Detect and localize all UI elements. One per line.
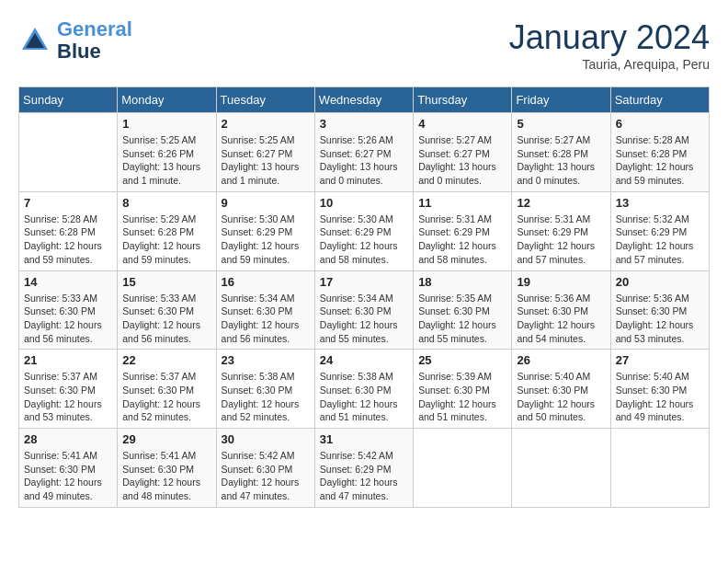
day-info: Sunrise: 5:36 AM Sunset: 6:30 PM Dayligh…: [616, 292, 704, 346]
day-number: 24: [320, 353, 408, 367]
day-info: Sunrise: 5:33 AM Sunset: 6:30 PM Dayligh…: [122, 292, 210, 346]
calendar-cell: [414, 429, 512, 508]
week-row-3: 14Sunrise: 5:33 AM Sunset: 6:30 PM Dayli…: [19, 270, 710, 350]
calendar-cell: 18Sunrise: 5:35 AM Sunset: 6:30 PM Dayli…: [414, 270, 512, 350]
calendar-cell: 14Sunrise: 5:33 AM Sunset: 6:30 PM Dayli…: [19, 270, 118, 350]
day-number: 10: [320, 196, 408, 210]
week-row-2: 7Sunrise: 5:28 AM Sunset: 6:28 PM Daylig…: [19, 191, 710, 270]
calendar-cell: [512, 429, 610, 508]
calendar-cell: 1Sunrise: 5:25 AM Sunset: 6:26 PM Daylig…: [118, 113, 216, 192]
day-number: 6: [616, 117, 704, 131]
calendar-cell: 29Sunrise: 5:41 AM Sunset: 6:30 PM Dayli…: [118, 429, 216, 508]
day-info: Sunrise: 5:25 AM Sunset: 6:27 PM Dayligh…: [222, 133, 310, 188]
day-info: Sunrise: 5:32 AM Sunset: 6:29 PM Dayligh…: [616, 213, 704, 267]
calendar-cell: 4Sunrise: 5:27 AM Sunset: 6:27 PM Daylig…: [414, 113, 512, 192]
week-row-5: 28Sunrise: 5:41 AM Sunset: 6:30 PM Dayli…: [19, 429, 710, 508]
day-number: 20: [616, 275, 704, 289]
weekday-header-tuesday: Tuesday: [216, 87, 314, 113]
day-number: 23: [222, 353, 310, 367]
calendar-cell: 19Sunrise: 5:36 AM Sunset: 6:30 PM Dayli…: [512, 270, 610, 350]
day-number: 4: [418, 117, 506, 131]
day-number: 18: [418, 275, 506, 289]
calendar-cell: 17Sunrise: 5:34 AM Sunset: 6:30 PM Dayli…: [314, 270, 413, 350]
day-number: 8: [122, 196, 210, 210]
day-info: Sunrise: 5:34 AM Sunset: 6:30 PM Dayligh…: [222, 292, 310, 346]
day-number: 14: [24, 275, 112, 289]
day-number: 9: [222, 196, 310, 210]
day-info: Sunrise: 5:34 AM Sunset: 6:30 PM Dayligh…: [320, 292, 408, 346]
day-info: Sunrise: 5:31 AM Sunset: 6:29 PM Dayligh…: [517, 213, 605, 267]
day-info: Sunrise: 5:30 AM Sunset: 6:29 PM Dayligh…: [222, 213, 310, 267]
calendar-cell: 15Sunrise: 5:33 AM Sunset: 6:30 PM Dayli…: [118, 270, 216, 350]
logo-icon: [18, 24, 51, 57]
calendar-cell: 27Sunrise: 5:40 AM Sunset: 6:30 PM Dayli…: [610, 350, 709, 429]
day-number: 12: [517, 196, 605, 210]
day-number: 27: [616, 353, 704, 367]
calendar-cell: 28Sunrise: 5:41 AM Sunset: 6:30 PM Dayli…: [19, 429, 118, 508]
day-info: Sunrise: 5:30 AM Sunset: 6:29 PM Dayligh…: [320, 213, 408, 267]
day-info: Sunrise: 5:27 AM Sunset: 6:28 PM Dayligh…: [517, 133, 605, 188]
calendar-cell: 2Sunrise: 5:25 AM Sunset: 6:27 PM Daylig…: [216, 113, 314, 192]
day-number: 13: [616, 196, 704, 210]
day-number: 26: [517, 353, 605, 367]
calendar-cell: 25Sunrise: 5:39 AM Sunset: 6:30 PM Dayli…: [414, 350, 512, 429]
day-number: 3: [320, 117, 408, 131]
week-row-4: 21Sunrise: 5:37 AM Sunset: 6:30 PM Dayli…: [19, 350, 710, 429]
weekday-header-friday: Friday: [512, 87, 610, 113]
day-number: 15: [122, 275, 210, 289]
calendar-cell: 3Sunrise: 5:26 AM Sunset: 6:27 PM Daylig…: [314, 113, 413, 192]
calendar-cell: 31Sunrise: 5:42 AM Sunset: 6:29 PM Dayli…: [314, 429, 413, 508]
calendar-cell: 30Sunrise: 5:42 AM Sunset: 6:30 PM Dayli…: [216, 429, 314, 508]
day-number: 7: [24, 196, 112, 210]
day-number: 25: [418, 353, 506, 367]
calendar-cell: 21Sunrise: 5:37 AM Sunset: 6:30 PM Dayli…: [19, 350, 118, 429]
weekday-header-row: SundayMondayTuesdayWednesdayThursdayFrid…: [19, 87, 710, 113]
weekday-header-wednesday: Wednesday: [314, 87, 413, 113]
day-info: Sunrise: 5:36 AM Sunset: 6:30 PM Dayligh…: [517, 292, 605, 346]
calendar-table: SundayMondayTuesdayWednesdayThursdayFrid…: [18, 86, 710, 508]
day-info: Sunrise: 5:27 AM Sunset: 6:27 PM Dayligh…: [418, 133, 506, 188]
day-number: 2: [222, 117, 310, 131]
day-info: Sunrise: 5:28 AM Sunset: 6:28 PM Dayligh…: [24, 213, 112, 267]
logo-text: General Blue: [57, 18, 132, 63]
calendar-cell: 26Sunrise: 5:40 AM Sunset: 6:30 PM Dayli…: [512, 350, 610, 429]
weekday-header-saturday: Saturday: [610, 87, 709, 113]
day-info: Sunrise: 5:26 AM Sunset: 6:27 PM Dayligh…: [320, 133, 408, 188]
day-number: 29: [122, 432, 210, 446]
logo: General Blue: [18, 18, 132, 63]
calendar-cell: 12Sunrise: 5:31 AM Sunset: 6:29 PM Dayli…: [512, 191, 610, 270]
day-number: 19: [517, 275, 605, 289]
day-number: 30: [222, 432, 310, 446]
calendar-cell: 8Sunrise: 5:29 AM Sunset: 6:28 PM Daylig…: [118, 191, 216, 270]
calendar-cell: 10Sunrise: 5:30 AM Sunset: 6:29 PM Dayli…: [314, 191, 413, 270]
weekday-header-monday: Monday: [118, 87, 216, 113]
day-number: 22: [122, 353, 210, 367]
day-info: Sunrise: 5:37 AM Sunset: 6:30 PM Dayligh…: [24, 370, 112, 424]
day-info: Sunrise: 5:38 AM Sunset: 6:30 PM Dayligh…: [222, 370, 310, 424]
weekday-header-thursday: Thursday: [414, 87, 512, 113]
day-info: Sunrise: 5:41 AM Sunset: 6:30 PM Dayligh…: [122, 449, 210, 503]
day-info: Sunrise: 5:40 AM Sunset: 6:30 PM Dayligh…: [517, 370, 605, 424]
calendar-cell: 22Sunrise: 5:37 AM Sunset: 6:30 PM Dayli…: [118, 350, 216, 429]
calendar-cell: 11Sunrise: 5:31 AM Sunset: 6:29 PM Dayli…: [414, 191, 512, 270]
calendar-cell: 24Sunrise: 5:38 AM Sunset: 6:30 PM Dayli…: [314, 350, 413, 429]
day-number: 21: [24, 353, 112, 367]
title-block: January 2024 Tauria, Arequipa, Peru: [509, 18, 710, 72]
day-info: Sunrise: 5:28 AM Sunset: 6:28 PM Dayligh…: [616, 133, 704, 188]
day-info: Sunrise: 5:29 AM Sunset: 6:28 PM Dayligh…: [122, 213, 210, 267]
day-info: Sunrise: 5:39 AM Sunset: 6:30 PM Dayligh…: [418, 370, 506, 424]
calendar-cell: 23Sunrise: 5:38 AM Sunset: 6:30 PM Dayli…: [216, 350, 314, 429]
day-number: 17: [320, 275, 408, 289]
day-info: Sunrise: 5:31 AM Sunset: 6:29 PM Dayligh…: [418, 213, 506, 267]
day-info: Sunrise: 5:37 AM Sunset: 6:30 PM Dayligh…: [122, 370, 210, 424]
week-row-1: 1Sunrise: 5:25 AM Sunset: 6:26 PM Daylig…: [19, 113, 710, 192]
month-title: January 2024: [509, 18, 710, 57]
page-header: General Blue January 2024 Tauria, Arequi…: [18, 18, 710, 72]
day-info: Sunrise: 5:33 AM Sunset: 6:30 PM Dayligh…: [24, 292, 112, 346]
calendar-cell: 5Sunrise: 5:27 AM Sunset: 6:28 PM Daylig…: [512, 113, 610, 192]
calendar-cell: 6Sunrise: 5:28 AM Sunset: 6:28 PM Daylig…: [610, 113, 709, 192]
calendar-cell: 13Sunrise: 5:32 AM Sunset: 6:29 PM Dayli…: [610, 191, 709, 270]
weekday-header-sunday: Sunday: [19, 87, 118, 113]
day-number: 16: [222, 275, 310, 289]
day-info: Sunrise: 5:25 AM Sunset: 6:26 PM Dayligh…: [122, 133, 210, 188]
